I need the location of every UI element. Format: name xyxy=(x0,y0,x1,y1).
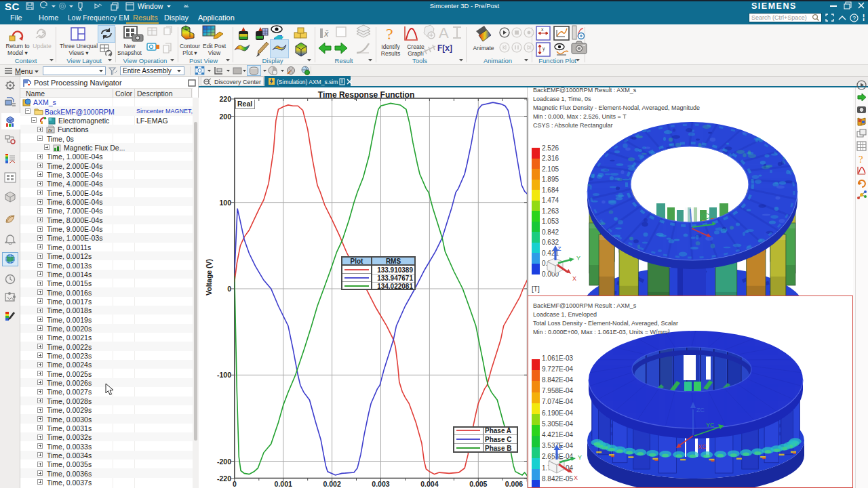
svg-text:YC: YC xyxy=(700,213,709,220)
svg-text:Z: Z xyxy=(557,245,561,252)
svg-text:X: X xyxy=(574,474,578,481)
svg-text:Z: Z xyxy=(559,445,563,451)
svg-text:Y: Y xyxy=(578,454,582,461)
svg-text:XC: XC xyxy=(698,443,707,450)
svg-text:YC: YC xyxy=(706,422,715,428)
svg-text:Y: Y xyxy=(576,255,580,262)
svg-text:?: ? xyxy=(859,154,863,164)
svg-text:ZC: ZC xyxy=(696,407,705,413)
svg-text:X: X xyxy=(572,275,576,282)
